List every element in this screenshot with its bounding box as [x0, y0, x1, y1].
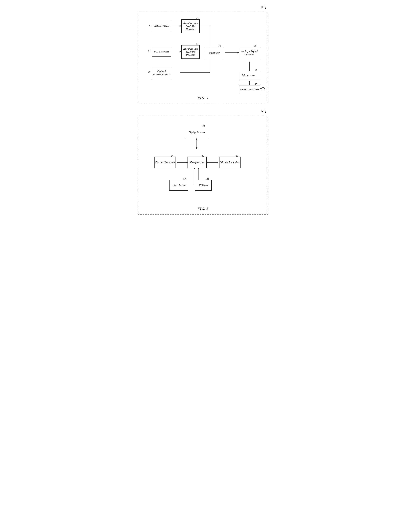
svg-marker-19 [249, 81, 250, 83]
wireless-transceiver-block-fig2: Wireless Transceiver [239, 85, 260, 94]
fig2-label: FIG. 2 [143, 96, 263, 100]
antenna-circle [262, 87, 265, 90]
display-switches-block: Display, Switches [185, 127, 208, 138]
adc-block: Analog to Digital Convertor [239, 47, 260, 59]
svg-marker-24 [186, 162, 188, 163]
svg-marker-22 [196, 138, 197, 140]
fig3-diagram: Display, Switches 33 ⌐ Microprocessor 30… [143, 120, 263, 203]
amp1-block: Amplifiers with Leads Off Detection [181, 19, 200, 33]
ecg-electrodes-block: ECG Electrodes [152, 47, 171, 57]
optional-temp-block: Optional Temperature Sensor [152, 67, 171, 79]
ref-21: 21 [148, 50, 150, 53]
svg-marker-3 [180, 51, 181, 52]
svg-marker-25 [177, 162, 178, 163]
ref-23: 23 [148, 71, 150, 74]
figure-3-box: Display, Switches 33 ⌐ Microprocessor 30… [138, 115, 268, 215]
microprocessor-block-fig3: Microprocessor [188, 157, 207, 168]
amp2-block: Amplifiers with Leads Off Detection [181, 45, 200, 59]
battery-block: Battery Backup [169, 180, 188, 191]
fig2-tick: ╲ [264, 5, 267, 9]
antenna-line [260, 88, 262, 89]
svg-marker-21 [196, 147, 197, 149]
fig2-badge: 12 [261, 6, 263, 9]
ac-power-block: AC Power [195, 180, 212, 191]
fig3-tick: ╲ [264, 109, 267, 113]
fig2-diagram: EMG Electrodes 20 — ECG Electrodes 21 Op… [143, 16, 263, 93]
svg-marker-27 [217, 162, 218, 163]
page-container: 12 ╲ [138, 5, 268, 215]
wireless-block-fig3: Wireless Transceiver [219, 157, 241, 168]
multiplexor-block: Multiplexor [205, 47, 223, 59]
emg-electrodes-block: EMG Electrodes [152, 21, 171, 31]
svg-marker-1 [180, 25, 181, 27]
fig3-label: FIG. 3 [143, 206, 263, 211]
ethernet-block: Ethernet Connection [154, 157, 176, 168]
figure-2-box: EMG Electrodes 20 — ECG Electrodes 21 Op… [138, 11, 268, 104]
microprocessor-block-fig2: Microprocessor [239, 71, 260, 80]
fig3-badge: 14 [261, 110, 263, 113]
